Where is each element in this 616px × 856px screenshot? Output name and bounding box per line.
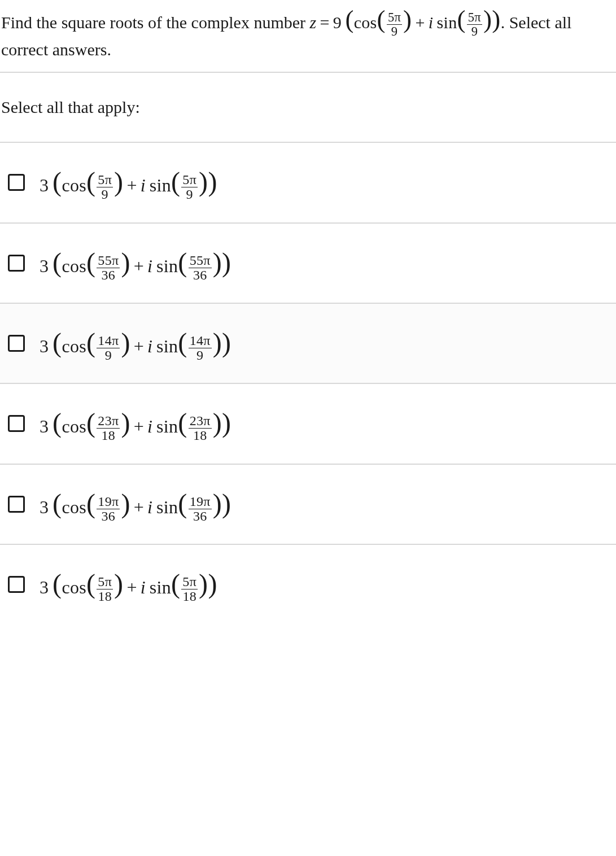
opt-den-b: 36 <box>189 509 212 523</box>
opt-frac-a: 14π9 <box>97 334 120 363</box>
cos-label: cos <box>62 256 86 276</box>
option-row-4[interactable]: 3 (cos(19π36)+i sin(19π36)) <box>0 465 616 545</box>
opt-den-b: 36 <box>189 268 212 282</box>
inner-rparen-icon: ) <box>114 167 123 196</box>
inner-rparen-icon: ) <box>121 327 130 357</box>
opt-den-a: 18 <box>97 589 113 604</box>
inner-lparen-2: ( <box>457 5 466 33</box>
opt-frac-b: 19π36 <box>189 495 212 523</box>
opt-coef: 3 <box>40 336 49 356</box>
option-row-3[interactable]: 3 (cos(23π18)+i sin(23π18)) <box>0 384 616 464</box>
option-label-2: 3 (cos(14π9)+i sin(14π9)) <box>40 324 231 363</box>
inner-lparen2-icon: ( <box>178 247 187 277</box>
inner-lparen2-icon: ( <box>178 327 187 357</box>
opt-num-a: 14π <box>97 334 120 348</box>
i-unit: i <box>147 336 152 356</box>
option-checkbox-1[interactable] <box>8 255 25 272</box>
big-lparen: ( <box>345 5 353 33</box>
plus-sign: + <box>123 175 140 195</box>
opt-den-a: 18 <box>97 428 120 443</box>
opt-num-a: 19π <box>97 495 120 509</box>
opt-coef: 3 <box>40 577 49 597</box>
opt-num-b: 5π <box>181 173 198 187</box>
inner-rparen-icon: ) <box>121 408 130 438</box>
opt-num-b: 19π <box>189 495 212 509</box>
inner-lparen-icon: ( <box>86 327 95 357</box>
sin-label: sin <box>150 175 171 195</box>
frac-den: 9 <box>387 24 402 38</box>
option-checkbox-3[interactable] <box>8 415 25 432</box>
opt-den-a: 9 <box>97 348 120 363</box>
big-rparen-icon: ) <box>222 327 231 357</box>
option-row-5[interactable]: 3 (cos(5π18)+i sin(5π18)) <box>0 545 616 624</box>
frac-num-b: 5π <box>467 11 482 24</box>
var-z: z <box>310 13 317 32</box>
option-label-0: 3 (cos(5π9)+i sin(5π9)) <box>40 163 217 202</box>
question-formula: z=9 (cos( 5π 9 )+i sin( 5π 9 )) <box>310 13 501 32</box>
frac-num: 5π <box>387 11 402 24</box>
option-label-3: 3 (cos(23π18)+i sin(23π18)) <box>40 404 231 443</box>
opt-den-a: 36 <box>97 268 120 282</box>
opt-frac-b: 14π9 <box>189 334 212 363</box>
inner-lparen-icon: ( <box>86 247 95 277</box>
inner-lparen-icon: ( <box>86 167 95 196</box>
big-rparen-icon: ) <box>208 569 217 599</box>
plus-sign: + <box>130 416 147 436</box>
big-rparen: ) <box>492 5 500 33</box>
option-checkbox-2[interactable] <box>8 335 25 352</box>
inner-rparen-icon: ) <box>121 247 130 277</box>
inner-lparen2-icon: ( <box>178 488 187 518</box>
opt-den-a: 9 <box>97 187 113 202</box>
sin-label: sin <box>437 13 457 32</box>
option-label-5: 3 (cos(5π18)+i sin(5π18)) <box>40 565 217 604</box>
inner-rparen-1: ) <box>403 5 412 33</box>
option-label-1: 3 (cos(55π36)+i sin(55π36)) <box>40 244 231 282</box>
question-prefix: Find the square roots of the complex num… <box>1 13 310 32</box>
inner-lparen2-icon: ( <box>171 569 180 599</box>
sin-label: sin <box>156 497 178 517</box>
inner-lparen-icon: ( <box>86 569 95 599</box>
opt-num-a: 23π <box>97 414 120 428</box>
inner-rparen2-icon: ) <box>213 408 222 438</box>
i-unit: i <box>147 497 152 517</box>
big-rparen-icon: ) <box>222 247 231 277</box>
options-list: 3 (cos(5π9)+i sin(5π9))3 (cos(55π36)+i s… <box>0 143 616 624</box>
sin-label: sin <box>156 336 178 356</box>
opt-den-a: 36 <box>97 509 120 523</box>
big-lparen-icon: ( <box>53 247 62 277</box>
opt-frac-b: 5π9 <box>181 173 198 202</box>
plus-sign: + <box>412 13 428 32</box>
opt-num-b: 14π <box>189 334 212 348</box>
big-rparen-icon: ) <box>208 167 217 196</box>
option-checkbox-0[interactable] <box>8 174 25 191</box>
option-row-2[interactable]: 3 (cos(14π9)+i sin(14π9)) <box>0 304 616 384</box>
inner-rparen-icon: ) <box>121 488 130 518</box>
opt-frac-a: 5π18 <box>97 575 113 604</box>
opt-coef: 3 <box>40 497 49 517</box>
opt-num-a: 55π <box>97 254 120 268</box>
inner-rparen2-icon: ) <box>199 167 208 196</box>
option-row-0[interactable]: 3 (cos(5π9)+i sin(5π9)) <box>0 143 616 223</box>
inner-rparen2-icon: ) <box>213 488 222 518</box>
frac-den-b: 9 <box>467 24 482 38</box>
option-checkbox-5[interactable] <box>8 576 25 593</box>
sin-label: sin <box>150 577 171 597</box>
opt-frac-b: 5π18 <box>181 575 198 604</box>
opt-den-b: 18 <box>181 589 198 604</box>
instructions-text: Select all that apply: <box>0 73 616 143</box>
opt-den-b: 9 <box>189 348 212 363</box>
option-row-1[interactable]: 3 (cos(55π36)+i sin(55π36)) <box>0 224 616 304</box>
option-checkbox-4[interactable] <box>8 496 25 513</box>
frac-5pi-9-a: 5π 9 <box>387 11 402 38</box>
inner-lparen2-icon: ( <box>171 167 180 196</box>
inner-lparen2-icon: ( <box>178 408 187 438</box>
i-unit: i <box>147 416 152 436</box>
opt-frac-b: 23π18 <box>189 414 212 443</box>
inner-rparen-icon: ) <box>114 569 123 599</box>
inner-lparen-icon: ( <box>86 488 95 518</box>
cos-label: cos <box>62 577 86 597</box>
plus-sign: + <box>130 497 147 517</box>
cos-label: cos <box>62 175 86 195</box>
big-rparen-icon: ) <box>222 488 231 518</box>
opt-frac-a: 23π18 <box>97 414 120 443</box>
